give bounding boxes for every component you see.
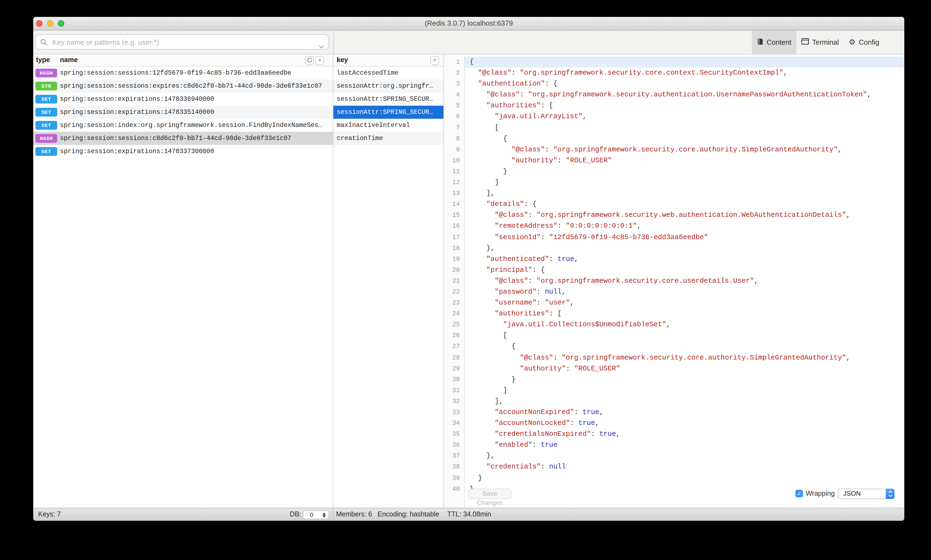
field-list-header: key + — [333, 54, 443, 66]
code-line: ], — [465, 188, 904, 199]
tab-config[interactable]: ⚙ Config — [844, 31, 884, 54]
code-line: "@class": "org.springframework.security.… — [465, 68, 904, 78]
field-row[interactable]: sessionAttr:org.springfr… — [333, 80, 443, 92]
field-list-panel: key + lastAccessedTimesessionAttr:org.sp… — [333, 54, 444, 508]
line-number: 13 — [444, 188, 464, 199]
search-input[interactable] — [35, 34, 329, 49]
members-count: Members: 6 — [336, 508, 372, 521]
code-line: "enabled": true — [465, 440, 904, 451]
db-label: DB: — [290, 508, 301, 521]
key-row[interactable]: SETspring:session:expirations:1478336940… — [33, 92, 333, 106]
line-number: 5 — [444, 100, 464, 111]
format-value: JSON — [843, 489, 861, 498]
line-number: 31 — [444, 385, 464, 396]
type-badge: STR — [35, 82, 57, 91]
key-row[interactable]: HASHspring:session:sessions:c8d6c2f0-bb7… — [33, 132, 333, 145]
tab-label: Content — [766, 38, 791, 46]
type-badge: SET — [35, 108, 57, 117]
code-line: "authorities": [ — [465, 100, 904, 111]
line-number: 19 — [444, 254, 464, 265]
field-row[interactable]: sessionAttr:SPRING_SECUR… — [333, 92, 443, 106]
db-select[interactable]: 0 — [303, 511, 329, 519]
line-number: 22 — [444, 286, 464, 297]
line-number: 28 — [444, 352, 464, 363]
column-key: key — [337, 56, 348, 64]
json-editor[interactable]: { "@class": "org.springframework.securit… — [465, 54, 904, 508]
key-row[interactable]: SETspring:session:expirations:1478335140… — [33, 106, 333, 119]
column-type: type — [36, 56, 50, 64]
search-icon — [40, 38, 48, 48]
code-line: "authorities": [ — [465, 308, 904, 319]
line-number-gutter: 1234567891011121314151617181920212223242… — [444, 54, 465, 508]
gear-icon: ⚙ — [849, 38, 856, 46]
code-line: "sessionId": "12fd5679-0f19-4c85-b736-ed… — [465, 232, 904, 243]
code-line: "authenticated": true, — [465, 254, 904, 265]
line-number: 24 — [444, 308, 464, 319]
add-field-button[interactable]: + — [430, 56, 439, 65]
book-icon — [757, 38, 763, 46]
panel-divider — [333, 31, 334, 54]
code-line: "@class": "org.springframework.security.… — [465, 145, 904, 155]
tab-terminal[interactable]: Terminal — [796, 31, 843, 54]
key-row[interactable]: STRspring:session:sessions:expires:c8d6c… — [33, 80, 333, 92]
type-badge: SET — [35, 121, 57, 130]
code-line: [ — [465, 122, 904, 133]
keys-count: Keys: 7 — [38, 508, 61, 521]
line-number: 35 — [444, 429, 464, 440]
code-line: "authority": "ROLE_USER" — [465, 155, 904, 166]
refresh-keys-button[interactable] — [305, 56, 314, 65]
window-titlebar[interactable]: (Redis 3.0.7) localhost:6379 — [33, 17, 904, 31]
status-divider — [333, 508, 333, 521]
zoom-button[interactable] — [58, 20, 64, 27]
line-number: 29 — [444, 363, 464, 374]
column-name: name — [60, 56, 78, 64]
tab-label: Terminal — [812, 38, 839, 46]
key-list-panel: type name + HASHspring:session:sessions:… — [33, 54, 333, 508]
save-changes-button[interactable]: Save Changes — [468, 489, 511, 499]
line-number: 11 — [444, 166, 464, 177]
chevron-down-icon[interactable] — [319, 41, 324, 51]
app-window: (Redis 3.0.7) localhost:6379 — [33, 17, 904, 521]
type-badge: HASH — [35, 134, 57, 143]
code-line: "authority": "ROLE_USER" — [465, 363, 904, 374]
code-line: "password": null, — [465, 286, 904, 297]
code-line: } — [465, 374, 904, 385]
field-row[interactable]: maxInactiveInterval — [333, 119, 443, 132]
key-name: spring:session:expirations:1478335140000 — [60, 108, 214, 116]
main-area: type name + HASHspring:session:sessions:… — [33, 54, 904, 508]
tab-label: Config — [859, 38, 879, 46]
stepper-icon — [323, 512, 326, 517]
line-number: 17 — [444, 232, 464, 243]
code-line: } — [465, 472, 904, 483]
line-number: 18 — [444, 243, 464, 254]
code-line: "credentials": null — [465, 462, 904, 472]
line-number: 9 — [444, 145, 464, 155]
code-line: }, — [465, 243, 904, 254]
line-number: 3 — [444, 78, 464, 89]
wrapping-checkbox[interactable]: ✓ — [796, 490, 803, 497]
line-number: 36 — [444, 440, 464, 451]
field-row[interactable]: lastAccessedTime — [333, 66, 443, 80]
close-button[interactable] — [36, 20, 43, 27]
field-row[interactable]: creationTime — [333, 132, 443, 145]
key-row[interactable]: HASHspring:session:sessions:12fd5679-0f1… — [33, 66, 333, 80]
key-row[interactable]: SETspring:session:index:org.springframew… — [33, 119, 333, 132]
code-line: "@class": "org.springframework.security.… — [465, 210, 904, 221]
code-line: "principal": { — [465, 265, 904, 275]
field-list: lastAccessedTimesessionAttr:org.springfr… — [333, 66, 443, 145]
key-name: spring:session:sessions:12fd5679-0f19-4c… — [60, 69, 291, 77]
type-badge: SET — [35, 95, 57, 103]
key-name: spring:session:expirations:1478336940000 — [60, 95, 214, 103]
code-line: { — [465, 57, 904, 68]
line-number: 39 — [444, 472, 464, 483]
line-number: 33 — [444, 407, 464, 418]
key-row[interactable]: SETspring:session:expirations:1478337300… — [33, 145, 333, 158]
minimize-button[interactable] — [47, 20, 53, 27]
add-key-button[interactable]: + — [315, 56, 324, 65]
key-name: spring:session:sessions:expires:c8d6c2f0… — [60, 82, 322, 90]
key-list-header: type name + — [33, 54, 333, 66]
code-line: "@class": "org.springframework.security.… — [465, 275, 904, 286]
format-select[interactable]: JSON — [838, 489, 894, 499]
tab-content[interactable]: Content — [752, 31, 796, 54]
field-row[interactable]: sessionAttr:SPRING_SECUR… — [333, 106, 443, 119]
